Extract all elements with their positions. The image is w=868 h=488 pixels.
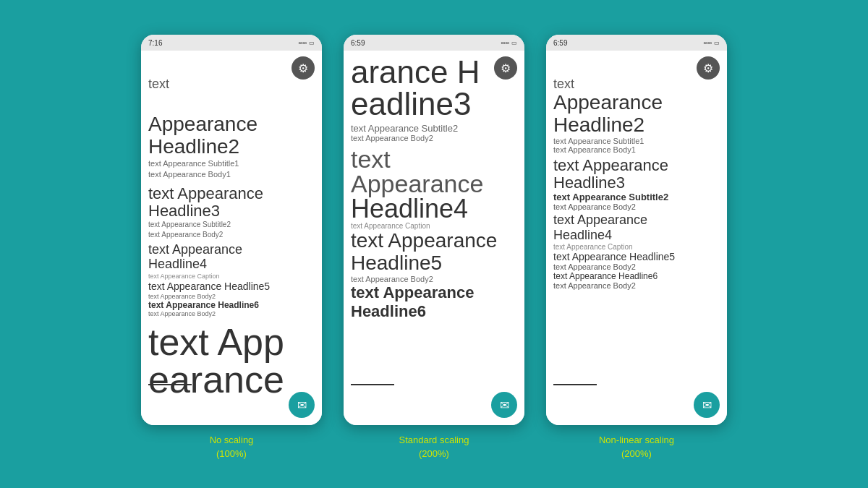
phone2-partial-top2: eadline3 <box>351 88 517 120</box>
phone2-headline5: text AppearanceHeadline5 <box>351 230 517 275</box>
phone1: 7:16 ∞∞ ▭ ⚙ text AppearanceHeadline2 tex… <box>141 35 322 425</box>
phone1-body2-3: text Appearance Body2 <box>148 310 315 317</box>
phone3-status-icons: ∞∞ ▭ <box>704 40 720 46</box>
phone3-status-bar: 6:59 ∞∞ ▭ <box>546 35 727 51</box>
phone1-headline4: text AppearanceHeadline4 <box>148 243 315 272</box>
phone1-status-bar: 7:16 ∞∞ ▭ <box>141 35 322 51</box>
phone1-divider <box>148 384 192 385</box>
phone3: 6:59 ∞∞ ▭ ⚙ text AppearanceHeadline2 tex… <box>546 35 727 425</box>
phone3-content: ⚙ text AppearanceHeadline2 text Appearan… <box>546 51 727 425</box>
phone2-signal: ∞∞ <box>501 40 509 46</box>
phone2-status-icons: ∞∞ ▭ <box>501 40 517 46</box>
phone1-content: ⚙ text AppearanceHeadline2 text Appearan… <box>141 51 322 425</box>
phone2-body2-2: text Appearance Body2 <box>351 275 517 283</box>
phone3-body1: text Appearance Body1 <box>553 145 720 154</box>
phone3-battery: ▭ <box>714 40 720 46</box>
phone3-headline2: AppearanceHeadline2 <box>553 92 720 137</box>
phone1-subtitle1: text Appearance Subtitle1 <box>148 158 315 169</box>
phones-container: 7:16 ∞∞ ▭ ⚙ text AppearanceHeadline2 tex… <box>141 27 727 460</box>
phone1-battery: ▭ <box>309 40 315 46</box>
phone3-subtitle1: text Appearance Subtitle1 <box>553 137 720 145</box>
phone2-partial-top1: arance H <box>351 56 517 88</box>
phone3-body2-3: text Appearance Body2 <box>553 281 720 290</box>
phone3-headline3: text AppearanceHeadline3 <box>553 157 720 192</box>
phone3-body2-1: text Appearance Body2 <box>553 202 720 211</box>
phone1-headline5: text Appearance Headline5 <box>148 281 315 293</box>
phone3-time: 6:59 <box>553 39 567 47</box>
phone1-status-icons: ∞∞ ▭ <box>299 40 315 46</box>
phone2-time: 6:59 <box>351 39 365 47</box>
phone1-wrapper: 7:16 ∞∞ ▭ ⚙ text AppearanceHeadline2 tex… <box>141 35 322 460</box>
phone1-big-text: text Appearance <box>148 323 315 398</box>
phone1-text-label: text <box>148 77 315 92</box>
phone2-headline6: text AppearanceHeadline6 <box>351 283 517 321</box>
phone2-headline4: Headline4 <box>351 196 517 222</box>
phone2-content: ⚙ arance H eadline3 text Appearance Subt… <box>344 51 524 425</box>
phone1-headline3: text AppearanceHeadline3 <box>148 185 315 220</box>
phone1-chat-button[interactable]: ✉ <box>289 392 315 418</box>
phone1-headline2: AppearanceHeadline2 <box>148 114 315 158</box>
phone1-body2-1: text Appearance Body2 <box>148 230 315 240</box>
phone3-headline4: text AppearanceHeadline4 <box>553 213 720 243</box>
phone1-caption-label: No scaling(100%) <box>210 434 254 460</box>
phone1-signal: ∞∞ <box>299 40 307 46</box>
phone1-body2-2: text Appearance Body2 <box>148 293 315 300</box>
phone1-body1: text Appearance Body1 <box>148 169 315 180</box>
phone3-signal: ∞∞ <box>704 40 712 46</box>
phone2-battery: ▭ <box>511 40 517 46</box>
phone2-status-bar: 6:59 ∞∞ ▭ <box>344 35 524 51</box>
phone3-wrapper: 6:59 ∞∞ ▭ ⚙ text AppearanceHeadline2 tex… <box>546 35 727 460</box>
phone2-divider <box>351 384 394 385</box>
phone2-text-label: textAppearance <box>351 147 517 196</box>
phone2-caption-label: Standard scaling(200%) <box>399 434 469 460</box>
phone3-caption: text Appearance Caption <box>553 243 720 251</box>
phone1-headline6: text Appearance Headline6 <box>148 300 315 310</box>
phone2: 6:59 ∞∞ ▭ ⚙ arance H eadline3 text Appea… <box>344 35 524 425</box>
phone2-chat-button[interactable]: ✉ <box>491 392 517 418</box>
phone1-time: 7:16 <box>148 39 162 47</box>
phone3-headline5: text Appearance Headline5 <box>553 251 720 262</box>
phone3-headline6: text Appearance Headline6 <box>553 271 720 281</box>
phone3-subtitle2: text Appearance Subtitle2 <box>553 192 720 202</box>
phone1-subtitle2: text Appearance Subtitle2 <box>148 220 315 230</box>
phone3-divider <box>553 384 597 385</box>
phone3-body2-2: text Appearance Body2 <box>553 262 720 271</box>
phone3-caption-label: Non-linear scaling(200%) <box>599 434 674 460</box>
phone3-text-label: text <box>553 77 720 92</box>
phone2-subtitle2: text Appearance Subtitle2 <box>351 123 517 134</box>
phone1-caption: text Appearance Caption <box>148 272 315 281</box>
phone2-wrapper: 6:59 ∞∞ ▭ ⚙ arance H eadline3 text Appea… <box>344 35 524 460</box>
phone3-chat-button[interactable]: ✉ <box>694 392 720 418</box>
phone2-body2-0: text Appearance Body2 <box>351 134 517 142</box>
